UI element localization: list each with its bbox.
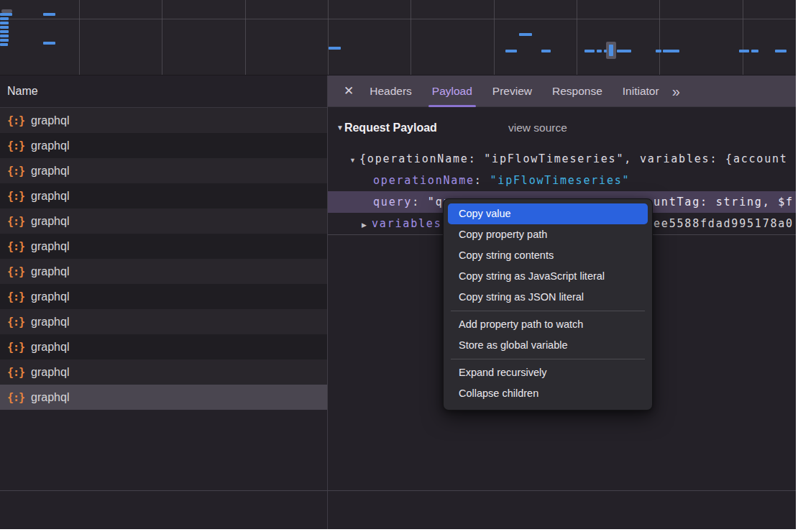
timeline-bar — [617, 50, 631, 52]
property-value: "ipFlowTimeseries" — [490, 174, 630, 187]
timeline-gridline — [328, 0, 329, 75]
timeline-bar — [739, 50, 749, 52]
request-row[interactable]: {:}graphql — [0, 158, 327, 183]
menu-item-copy-value[interactable]: Copy value — [448, 203, 648, 224]
timeline-bar — [519, 33, 532, 36]
collapse-triangle-icon: ▼ — [336, 124, 344, 132]
json-braces-icon: {:} — [7, 316, 24, 329]
request-row[interactable]: {:}graphql — [0, 334, 327, 359]
menu-item-copy-string-contents[interactable]: Copy string contents — [448, 245, 648, 266]
menu-item-add-property-path-to-watch[interactable]: Add property path to watch — [448, 314, 648, 335]
timeline-bar — [751, 50, 758, 52]
context-menu: Copy valueCopy property pathCopy string … — [443, 198, 653, 411]
detail-tab-bar: ✕ HeadersPayloadPreviewResponseInitiator… — [328, 75, 796, 107]
property-key: operationName — [373, 174, 474, 187]
json-braces-icon: {:} — [7, 215, 24, 228]
menu-item-copy-string-as-json-literal[interactable]: Copy string as JSON literal — [448, 287, 648, 308]
timeline-bar — [584, 50, 595, 52]
timeline-gridline — [494, 0, 495, 75]
more-tabs-icon[interactable]: » — [672, 75, 680, 107]
property-preview-end: ee5588fdad995178a0 — [653, 213, 794, 234]
request-row[interactable]: {:}graphql — [0, 208, 327, 234]
request-name-label: graphql — [31, 114, 69, 127]
menu-item-store-as-global-variable[interactable]: Store as global variable — [448, 335, 648, 356]
request-list: {:}graphql{:}graphql{:}graphql{:}graphql… — [0, 108, 327, 410]
json-braces-icon: {:} — [7, 341, 24, 354]
request-name-label: graphql — [31, 366, 69, 379]
timeline-bar — [0, 13, 12, 16]
json-braces-icon: {:} — [7, 290, 24, 303]
tree-row-operationname[interactable]: operationName: "ipFlowTimeseries" — [328, 170, 796, 191]
request-name-label: graphql — [31, 215, 69, 228]
tab-strip: HeadersPayloadPreviewResponseInitiator — [359, 75, 669, 107]
timeline-gridline — [743, 0, 743, 75]
property-value-end: untTag: string, $f — [653, 191, 794, 213]
timeline-bar — [775, 50, 786, 52]
object-preview: {operationName: "ipFlowTimeseries", vari… — [359, 152, 788, 165]
request-row[interactable]: {:}graphql — [0, 359, 327, 385]
request-payload-title: Request Payload — [344, 121, 437, 134]
request-row[interactable]: {:}graphql — [0, 309, 327, 334]
timeline-bar — [0, 17, 9, 20]
json-braces-icon: {:} — [7, 165, 24, 178]
timeline-gridline — [0, 19, 796, 19]
pane-splitter[interactable] — [327, 75, 328, 529]
tab-preview[interactable]: Preview — [482, 75, 542, 107]
timeline-gridline — [245, 0, 246, 75]
close-icon[interactable]: ✕ — [344, 75, 354, 107]
tab-response[interactable]: Response — [542, 75, 613, 107]
menu-item-copy-string-as-javascript-literal[interactable]: Copy string as JavaScript literal — [448, 266, 648, 287]
json-braces-icon: {:} — [7, 240, 24, 253]
timeline-bar — [541, 50, 551, 52]
request-name-label: graphql — [31, 139, 69, 152]
view-source-link[interactable]: view source — [508, 119, 567, 137]
menu-separator — [451, 311, 645, 311]
menu-item-collapse-children[interactable]: Collapse children — [448, 383, 648, 404]
tree-row-root[interactable]: ▼{operationName: "ipFlowTimeseries", var… — [328, 148, 796, 170]
json-braces-icon: {:} — [7, 114, 24, 127]
request-row[interactable]: {:}graphql — [0, 385, 327, 410]
timeline-gridline — [659, 0, 660, 75]
timeline-gridline — [162, 0, 162, 75]
request-name-label: graphql — [31, 290, 69, 303]
timeline-bar — [663, 50, 679, 52]
request-row[interactable]: {:}graphql — [0, 108, 327, 133]
request-name-label: graphql — [31, 190, 69, 203]
property-key: variables — [372, 217, 441, 230]
tab-payload[interactable]: Payload — [422, 75, 482, 107]
request-name-label: graphql — [31, 165, 69, 178]
menu-item-expand-recursively[interactable]: Expand recursively — [448, 362, 648, 383]
timeline-gridline — [577, 0, 577, 75]
request-name-label: graphql — [31, 391, 69, 404]
json-braces-icon: {:} — [7, 190, 24, 203]
json-braces-icon: {:} — [7, 265, 24, 278]
timeline-bar — [0, 43, 8, 46]
timeline-bar — [597, 50, 602, 52]
colon: : — [412, 196, 428, 208]
json-braces-icon: {:} — [7, 391, 24, 404]
tab-initiator[interactable]: Initiator — [613, 75, 669, 107]
timeline-bar — [0, 22, 9, 24]
request-row[interactable]: {:}graphql — [0, 284, 327, 309]
expander-down-icon: ▼ — [349, 150, 359, 170]
request-name-label: graphql — [31, 265, 69, 278]
network-overview[interactable] — [0, 0, 796, 75]
request-row[interactable]: {:}graphql — [0, 183, 327, 208]
timeline-bar — [0, 39, 9, 42]
property-key: query — [373, 196, 412, 208]
request-row[interactable]: {:}graphql — [0, 234, 327, 259]
timeline-bar — [609, 45, 613, 56]
name-column-header[interactable]: Name — [0, 75, 327, 108]
request-name-label: graphql — [31, 240, 69, 253]
timeline-bar — [0, 30, 9, 33]
footer-divider — [0, 490, 796, 491]
menu-item-copy-property-path[interactable]: Copy property path — [448, 224, 648, 245]
request-row[interactable]: {:}graphql — [0, 259, 327, 284]
timeline-bar — [604, 50, 607, 52]
colon: : — [474, 174, 490, 187]
request-payload-section-header[interactable]: ▼Request Payload — [336, 119, 437, 137]
timeline-bar — [505, 50, 517, 52]
request-row[interactable]: {:}graphql — [0, 133, 327, 158]
tab-headers[interactable]: Headers — [359, 75, 422, 107]
name-column-label: Name — [7, 75, 38, 107]
